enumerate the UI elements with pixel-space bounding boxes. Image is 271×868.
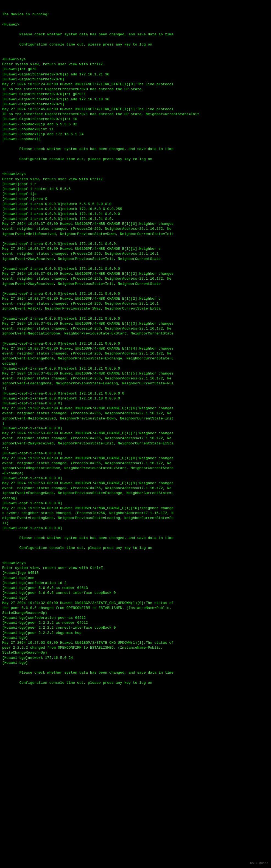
terminal-line: peer 2.2.2.2 changed from OPENCONFIRM to…: [2, 645, 269, 650]
terminal-line: StateChangeReason=Up): [2, 650, 269, 655]
terminal-line: [Huawei-bgp]peer 2.2.2.2 ebgp-max-hop: [2, 630, 269, 636]
terminal-line: [Huawei-GigabitEthernet0/0/1]: [2, 102, 269, 107]
terminal-line: May 27 2024 19:08:37-08:00 Huawei %%01OS…: [2, 272, 269, 276]
terminal-line: Enter system view, return user view with…: [2, 566, 269, 570]
terminal-line: [Huawei-GigabitEthernet0/0/0]int g0/0/1: [2, 92, 269, 97]
terminal-line: [2, 675, 269, 680]
terminal-line: ighborEvent=ExchangeDone, NeighborPrevio…: [2, 356, 269, 361]
terminal-line: [Huawei-bgp]peer 6.6.6.6 connect-interfa…: [2, 591, 269, 595]
terminal-line: <Huawei>sys: [2, 561, 269, 566]
terminal-line: [Huawei-ospf-1-area-0.0.0.0]network 172.…: [2, 391, 269, 396]
terminal-line: [Huawei-GigabitEthernet0/0/1]ip add 172.…: [2, 97, 269, 102]
terminal-line: [Huawei-ospf-1-area-0.0.0.0]network 172.…: [2, 291, 269, 297]
terminal-line: <Huawei>: [2, 22, 269, 27]
terminal-line: event: neighbor status changed. (Process…: [2, 461, 269, 466]
terminal-line: May 27 2024 19:09:53-08:00 Huawei %%01OS…: [2, 481, 269, 486]
terminal-line: May 27 2024 19:08:37-08:00 Huawei %%01OS…: [2, 321, 269, 326]
terminal-line: [2, 142, 269, 147]
terminal-line: [Huawei-ospf-1-area-0.0.0.0]network 172.…: [2, 366, 269, 371]
terminal-line: Configuration console time out, please p…: [2, 157, 269, 162]
terminal-line: [Huawei-bgp]con: [2, 576, 269, 581]
terminal-line: [Huawei-LoopBack1]ip add 172.16.5.1 24: [2, 132, 269, 137]
terminal-line: event: neighbor status changed. (Process…: [2, 486, 269, 491]
terminal-line: the peer 6.6.6.6 changed from OPENCONFIR…: [2, 606, 269, 611]
terminal-line: Configuration console time out, please p…: [2, 546, 269, 551]
terminal-line: [Huawei-ospf-1-area-0.0.0.0]: [2, 476, 269, 481]
terminal-line: [Huawei-bgp]peer 6.6.6.6 as-number 64513: [2, 586, 269, 591]
terminal-line: StateChangeReason=Up): [2, 611, 269, 616]
terminal-line: Configuration console time out, please p…: [2, 42, 269, 47]
terminal-line: May 27 2024 19:09:54-08:00 Huawei %%01OS…: [2, 506, 269, 511]
terminal-line: May 27 2024 19:08:45-08:00 Huawei %%01OS…: [2, 406, 269, 411]
terminal-line: IP on the interface GigabitEthernet0/0/1…: [2, 112, 269, 117]
terminal-line: ighborEvent=HelloReceived, NeighborPrevi…: [2, 416, 269, 421]
terminal-line: [Huawei-ospf-1-area-0.0.0.0]network 172.…: [2, 212, 269, 217]
terminal-line: event: neighbor status changed. (Process…: [2, 276, 269, 281]
terminal-line: [Huawei-bgp]confederation id 2: [2, 581, 269, 586]
terminal-line: ighborEvent=HelloReceived, NeighborPrevi…: [2, 232, 269, 237]
terminal-line: [2, 237, 269, 242]
terminal-line: Please check whether system data has bee…: [2, 147, 269, 152]
terminal-line: [2, 336, 269, 341]
terminal-line: [Huawei-ospf-1-area-0.0.0.0]: [2, 426, 269, 431]
terminal-line: [2, 47, 269, 52]
terminal-line: event: neighbor status changed. (Process…: [2, 411, 269, 416]
terminal-line: event: neighbor status changed. (Process…: [2, 301, 269, 306]
terminal-line: event: neighbor status changed. (Process…: [2, 436, 269, 441]
terminal-line: IP on the interface GigabitEthernet0/0/0…: [2, 87, 269, 92]
terminal-line: [Huawei-ospf-1]area 0: [2, 196, 269, 202]
terminal-line: [2, 167, 269, 172]
terminal-line: event: neighbor status changed. (Process…: [2, 326, 269, 331]
terminal-line: Please check whether system data has bee…: [2, 670, 269, 675]
terminal-line: event: neighbor status changed. (Process…: [2, 226, 269, 231]
terminal-line: May 27 2024 19:09:53-08:00 Huawei %%01OS…: [2, 456, 269, 461]
terminal-line: [Huawei-ospf-1]a: [2, 192, 269, 196]
terminal-line: [Huawei-bgp]: [2, 636, 269, 641]
terminal-line: eighborEvent=LoadingDone, NeighborPrevio…: [2, 516, 269, 521]
terminal-line: [Huawei-ospf-1-area-0.0.0.0]network 5.5.…: [2, 202, 269, 207]
terminal-line: [Huawei]ospf 1 r: [2, 182, 269, 187]
terminal-line: May 27 2024 19:08:37-08:00 Huawei %%01OS…: [2, 221, 269, 226]
terminal-line: [Huawei-ospf-1-area-0.0.0.0]: [2, 526, 269, 531]
terminal-line: [Huawei-GigabitEthernet0/0/0]ip add 172.…: [2, 72, 269, 77]
terminal-line: May 27 2024 19:08:37-08:00 Huawei %%01OS…: [2, 297, 269, 301]
terminal-line: oading): [2, 496, 269, 501]
terminal-line: ighborEvent=2WayReceived, NeighborPrevio…: [2, 257, 269, 261]
terminal-line: [2, 37, 269, 42]
terminal-line: [2, 162, 269, 167]
terminal-line: Enter system view, return user view with…: [2, 177, 269, 182]
terminal-line: [Huawei-LoopBack0]int 11: [2, 127, 269, 132]
terminal-line: =Exchange): [2, 471, 269, 476]
terminal-line: [Huawei-bgp]: [2, 660, 269, 665]
terminal-line: l): [2, 386, 269, 391]
terminal-line: ighborEvent=2WayReceived, NeighborPrevio…: [2, 441, 269, 446]
terminal-line: ighborEvent=AdjOk?, NeighborPreviousStat…: [2, 306, 269, 311]
terminal-line: event: neighbor status changed. (Process…: [2, 376, 269, 381]
terminal-line: [2, 261, 269, 267]
terminal-line: [2, 152, 269, 157]
terminal-line: [2, 27, 269, 32]
terminal-line: [2, 286, 269, 291]
terminal-line: event: neighbor status changed. (Process…: [2, 351, 269, 356]
terminal-line: s event: neighbor status changed. (Proce…: [2, 511, 269, 516]
terminal-line: [2, 531, 269, 536]
terminal-line: <Huawei>sys: [2, 172, 269, 177]
terminal-line: [Huawei-ospf-1-area-0.0.0.0]: [2, 501, 269, 506]
terminal-line: May 27 2024 19:27:03-08:00 Huawei %%01BG…: [2, 641, 269, 645]
terminal-line: [Huawei-LoopBack0]ip add 5.5.5.5 32: [2, 122, 269, 127]
terminal-line: May 27 2024 19:09:53-08:00 Huawei %%01OS…: [2, 431, 269, 436]
terminal-line: [2, 556, 269, 561]
terminal-line: [Huawei]int g0/0: [2, 67, 269, 72]
terminal-line: ighborEvent=NegotiationDone, NeighborPre…: [2, 331, 269, 336]
terminal-line: [Huawei-ospf-1-area-0.0.0.0]network 172.…: [2, 242, 269, 246]
terminal-line: rt): [2, 446, 269, 451]
terminal-line: [Huawei-ospf-1-area-0.0.0.0]network 172.…: [2, 267, 269, 272]
terminal-output: The device is running! <Huawei> Please c…: [2, 2, 269, 690]
terminal-line: [Huawei-bgp]network 172.16.5.0 24: [2, 655, 269, 660]
terminal-line: Please check whether system data has bee…: [2, 536, 269, 541]
terminal-line: Please check whether system data has bee…: [2, 32, 269, 37]
terminal-line: [Huawei-ospf-1-area-0.0.0.0]network 172.…: [2, 217, 269, 221]
terminal-line: [Huawei-ospf-1-area-0.0.0.0]network 172.…: [2, 341, 269, 346]
terminal-line: May 27 2024 19:08:37-08:00 Huawei %%01OS…: [2, 246, 269, 251]
terminal-line: [Huawei-ospf-1-area-0.0.0.0]network 172.…: [2, 396, 269, 401]
